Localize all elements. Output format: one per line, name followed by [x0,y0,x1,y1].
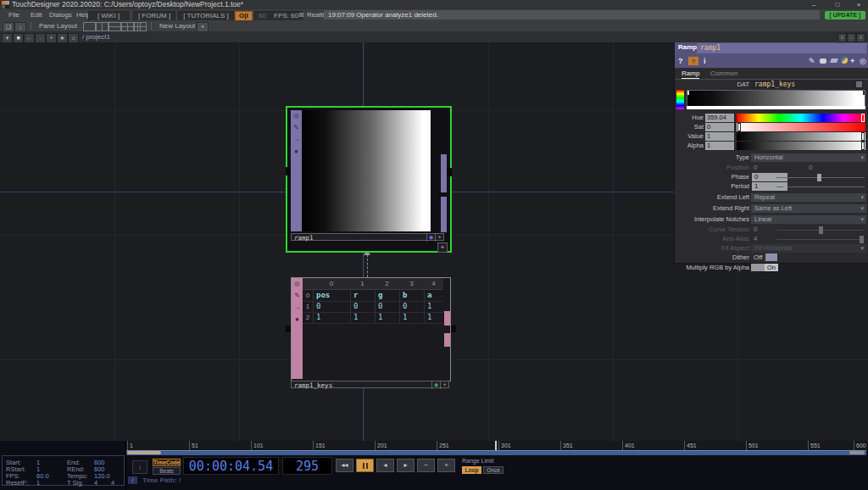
step-back-button[interactable]: ◂ [376,459,394,472]
pause-button[interactable] [356,459,374,472]
pane-preset-hsplit[interactable] [108,22,121,31]
dat-path-field[interactable]: ramp1_keys [752,81,864,89]
rewind-button[interactable]: ◂◂ [336,459,353,472]
dat-output-connector-2[interactable] [444,333,450,347]
extend-right-dropdown[interactable]: Same as Left [751,204,866,213]
extend-left-dropdown[interactable]: Repeat [751,193,866,202]
breadcrumb[interactable]: / project1 [82,31,110,42]
viewer-flag-icon[interactable]: ◎ [291,110,302,121]
add-parameter-icon[interactable]: + [850,56,854,66]
pane-preset-grid3[interactable] [121,22,134,31]
time-mode-button[interactable]: I [132,460,147,474]
multiply-toggle[interactable] [751,264,765,271]
period-slider[interactable] [776,187,865,187]
tsig-value-2[interactable]: 4 [111,480,114,487]
time-path-icon[interactable]: / [128,476,137,484]
dat-output-connector[interactable] [444,311,450,326]
output-connector-tab[interactable] [451,326,456,332]
value-field[interactable]: 1 [705,132,734,141]
maximize-button[interactable]: □ [828,0,847,9]
pane-menu-icon[interactable]: ▾ [2,33,13,43]
clone-flag-icon[interactable]: ✎ [291,122,302,133]
range-scroll-handle-right[interactable] [849,451,865,454]
comment-icon[interactable] [820,58,826,64]
tab-common[interactable]: Common [710,68,737,79]
timeline-range-bar[interactable] [126,450,866,455]
input-connector-tab[interactable] [286,167,291,175]
python-icon[interactable] [841,57,848,64]
expert-mode-icon[interactable]: ◎ [860,56,866,66]
beats-mode-button[interactable]: Beats [153,467,181,475]
pane-preset-vsplit[interactable] [96,22,108,31]
node-ramp1[interactable]: ◎ ✎ → ● ramp1 ● + ✦ [286,106,452,253]
dither-toggle[interactable] [765,253,777,261]
phase-slider[interactable] [776,177,865,178]
bypass-flag-icon[interactable]: ● [292,314,303,325]
help-icon[interactable]: ? [678,56,683,66]
ramp-key-right[interactable] [863,91,865,95]
palette-swatch[interactable] [676,90,684,109]
hue-slider[interactable] [737,114,865,122]
node-dot-button[interactable]: ● [431,381,440,389]
info-icon[interactable]: i [704,56,706,66]
resetf-value[interactable]: 1 [36,480,40,487]
node-dot-button[interactable]: ● [426,234,435,242]
window-placement-icon[interactable]: ❏ [3,22,14,32]
top-output-connector[interactable] [441,154,447,192]
sat-field[interactable]: 0 [705,123,734,131]
eraser-icon[interactable] [830,58,838,63]
dat-table-viewer[interactable]: 0 1 2 3 4 0 pos r g b a 1 0 0 [303,278,443,379]
node-ramp1-keys[interactable]: ◎ ✎ → ● 0 1 2 3 4 0 pos r g b [291,277,451,381]
forum-button[interactable]: [ FORUM ] [133,11,175,21]
alpha-field[interactable]: 1 [705,142,734,150]
viewer-count-button[interactable]: 0 [837,33,847,42]
loop-button[interactable]: Loop [462,466,481,474]
once-button[interactable]: Once [483,466,504,474]
input-connector-tab[interactable] [286,326,291,332]
oi-toggle[interactable]: O|I [235,11,253,21]
wiki-button[interactable]: [ WIKI ] [88,11,129,21]
bypass-flag-icon[interactable]: ● [291,146,302,157]
parameters-badge-icon[interactable]: ✦ [437,242,448,253]
playhead[interactable] [495,441,497,450]
dat-picker-icon[interactable] [856,81,862,87]
increment-button[interactable]: + [437,459,455,472]
menu-file[interactable]: File [8,9,19,20]
export-flag-icon[interactable]: → [292,302,303,313]
hue-field[interactable]: 359.04 [705,114,734,122]
ramp-gradient-preview[interactable] [302,110,431,231]
timeline-ruler[interactable]: 1 51 101 151 201 251 301 351 401 451 501… [126,441,868,450]
back-icon[interactable]: ← [24,33,35,43]
home-icon[interactable]: ⌂ [68,33,79,43]
alpha-slider[interactable] [737,142,865,150]
range-scroll-handle[interactable] [127,451,161,454]
node-expand-button[interactable]: + [435,234,443,242]
tutorials-button[interactable]: [ TUTORIALS ] [178,11,234,21]
interpolate-dropdown[interactable]: Linear [751,215,866,224]
tsig-value-1[interactable]: 4 [94,480,97,487]
timecode-mode-button[interactable]: TimeCode [153,459,181,466]
edit-expression-icon[interactable]: ✎ [809,56,815,66]
ramp-gradient-editor[interactable] [687,90,865,107]
export-flag-icon[interactable]: → [291,134,302,145]
sat-slider[interactable] [737,123,865,131]
update-button[interactable]: [ UPDATE ] [825,11,865,19]
decrement-button[interactable]: − [417,459,435,472]
operator-name-field[interactable]: ramp1 [697,43,866,53]
viewer-flag-icon[interactable]: ◎ [292,278,303,289]
pane-preset-grid4[interactable] [134,22,147,31]
ramp-key-left[interactable] [687,91,689,95]
realtime-icon[interactable]: ⊠ [298,9,304,20]
clone-flag-icon[interactable]: ✎ [292,290,303,301]
tab-ramp[interactable]: Ramp [682,68,699,79]
top-output-connector-2[interactable] [441,197,447,232]
step-forward-button[interactable]: ▸ [397,459,415,472]
star-icon[interactable]: ★ [57,33,68,43]
stop-icon[interactable]: ■ [13,33,24,43]
language-icon[interactable]: ? [688,57,698,65]
child-count-button[interactable]: 0 [856,33,865,42]
menu-dialogs[interactable]: Dialogs [49,9,72,20]
type-dropdown[interactable]: Horizontal [751,153,866,162]
node-expand-button[interactable]: + [440,381,448,389]
dock-icon[interactable]: ↓ [14,22,26,32]
